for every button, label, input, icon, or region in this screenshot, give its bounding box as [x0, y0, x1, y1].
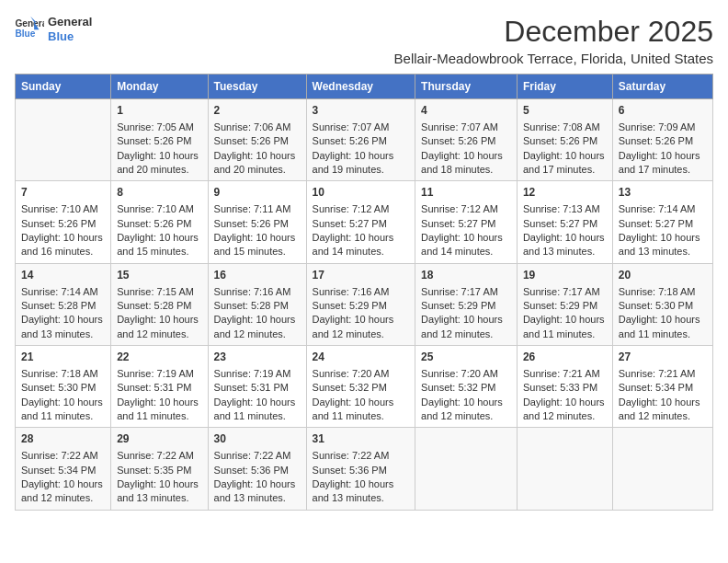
day-number: 27 — [619, 350, 707, 365]
sunset-time: Sunset: 5:29 PM — [523, 300, 597, 311]
day-number: 22 — [117, 350, 201, 365]
day-number: 7 — [21, 185, 105, 201]
sunset-time: Sunset: 5:28 PM — [214, 300, 289, 311]
sunrise-time: Sunrise: 7:22 AM — [117, 450, 194, 461]
day-cell: 25Sunrise: 7:20 AMSunset: 5:32 PMDayligh… — [415, 346, 518, 428]
daylight-hours: Daylight: 10 hours and 16 minutes. — [21, 232, 103, 257]
page-subtitle: Bellair-Meadowbrook Terrace, Florida, Un… — [394, 51, 713, 66]
day-cell: 22Sunrise: 7:19 AMSunset: 5:31 PMDayligh… — [111, 346, 208, 428]
day-number: 12 — [523, 185, 607, 201]
day-cell — [517, 428, 612, 510]
sunset-time: Sunset: 5:28 PM — [117, 300, 191, 311]
sunrise-time: Sunrise: 7:22 AM — [21, 450, 98, 461]
sunrise-time: Sunrise: 7:20 AM — [313, 368, 390, 379]
day-number: 21 — [21, 350, 105, 365]
daylight-hours: Daylight: 10 hours and 13 minutes. — [21, 314, 103, 339]
day-number: 4 — [421, 103, 511, 119]
week-row-3: 14Sunrise: 7:14 AMSunset: 5:28 PMDayligh… — [16, 263, 713, 345]
daylight-hours: Daylight: 10 hours and 14 minutes. — [421, 232, 503, 257]
day-cell: 14Sunrise: 7:14 AMSunset: 5:28 PMDayligh… — [16, 263, 111, 345]
daylight-hours: Daylight: 10 hours and 15 minutes. — [214, 232, 296, 257]
daylight-hours: Daylight: 10 hours and 11 minutes. — [214, 396, 296, 421]
day-cell: 28Sunrise: 7:22 AMSunset: 5:34 PMDayligh… — [16, 428, 111, 510]
day-number: 17 — [313, 268, 410, 283]
sunset-time: Sunset: 5:30 PM — [21, 382, 96, 393]
daylight-hours: Daylight: 10 hours and 13 minutes. — [117, 478, 199, 503]
daylight-hours: Daylight: 10 hours and 17 minutes. — [619, 150, 700, 175]
sunrise-time: Sunrise: 7:20 AM — [421, 368, 498, 379]
daylight-hours: Daylight: 10 hours and 12 minutes. — [421, 396, 503, 421]
daylight-hours: Daylight: 10 hours and 11 minutes. — [21, 396, 103, 421]
daylight-hours: Daylight: 10 hours and 20 minutes. — [117, 150, 199, 175]
sunset-time: Sunset: 5:26 PM — [313, 135, 387, 146]
day-cell: 4Sunrise: 7:07 AMSunset: 5:26 PMDaylight… — [415, 99, 518, 181]
day-number: 10 — [313, 185, 410, 201]
sunset-time: Sunset: 5:28 PM — [21, 300, 96, 311]
logo-line2: Blue — [48, 29, 92, 44]
day-number: 3 — [313, 103, 410, 119]
sunset-time: Sunset: 5:30 PM — [619, 300, 693, 311]
sunrise-time: Sunrise: 7:22 AM — [313, 450, 390, 461]
day-cell: 7Sunrise: 7:10 AMSunset: 5:26 PMDaylight… — [16, 181, 111, 263]
daylight-hours: Daylight: 10 hours and 13 minutes. — [523, 232, 605, 257]
day-cell: 20Sunrise: 7:18 AMSunset: 5:30 PMDayligh… — [612, 263, 712, 345]
daylight-hours: Daylight: 10 hours and 12 minutes. — [117, 314, 199, 339]
sunset-time: Sunset: 5:34 PM — [21, 465, 96, 476]
day-cell: 21Sunrise: 7:18 AMSunset: 5:30 PMDayligh… — [16, 346, 111, 428]
sunset-time: Sunset: 5:26 PM — [421, 135, 495, 146]
sunrise-time: Sunrise: 7:19 AM — [214, 368, 291, 379]
day-cell: 5Sunrise: 7:08 AMSunset: 5:26 PMDaylight… — [517, 99, 612, 181]
col-header-saturday: Saturday — [612, 75, 712, 99]
day-cell: 17Sunrise: 7:16 AMSunset: 5:29 PMDayligh… — [306, 263, 415, 345]
day-number: 26 — [523, 350, 607, 365]
sunrise-time: Sunrise: 7:21 AM — [619, 368, 696, 379]
day-number: 25 — [421, 350, 511, 365]
col-header-sunday: Sunday — [16, 75, 111, 99]
sunset-time: Sunset: 5:31 PM — [214, 382, 289, 393]
sunset-time: Sunset: 5:27 PM — [421, 218, 495, 229]
sunrise-time: Sunrise: 7:18 AM — [21, 368, 98, 379]
sunset-time: Sunset: 5:26 PM — [523, 135, 597, 146]
day-cell: 16Sunrise: 7:16 AMSunset: 5:28 PMDayligh… — [208, 263, 306, 345]
sunrise-time: Sunrise: 7:11 AM — [214, 203, 291, 214]
day-number: 6 — [619, 103, 707, 119]
sunrise-time: Sunrise: 7:21 AM — [523, 368, 600, 379]
day-number: 15 — [117, 268, 201, 283]
day-cell: 19Sunrise: 7:17 AMSunset: 5:29 PMDayligh… — [517, 263, 612, 345]
day-number: 20 — [619, 268, 707, 283]
day-cell: 23Sunrise: 7:19 AMSunset: 5:31 PMDayligh… — [208, 346, 306, 428]
day-number: 29 — [117, 431, 201, 447]
col-header-friday: Friday — [517, 75, 612, 99]
day-number: 30 — [214, 431, 301, 447]
sunset-time: Sunset: 5:26 PM — [21, 218, 96, 229]
sunset-time: Sunset: 5:29 PM — [313, 300, 387, 311]
day-cell: 3Sunrise: 7:07 AMSunset: 5:26 PMDaylight… — [306, 99, 415, 181]
sunrise-time: Sunrise: 7:12 AM — [421, 203, 498, 214]
day-cell: 11Sunrise: 7:12 AMSunset: 5:27 PMDayligh… — [415, 181, 518, 263]
sunrise-time: Sunrise: 7:14 AM — [619, 203, 696, 214]
daylight-hours: Daylight: 10 hours and 17 minutes. — [523, 150, 605, 175]
day-number: 19 — [523, 268, 607, 283]
daylight-hours: Daylight: 10 hours and 14 minutes. — [313, 232, 394, 257]
sunrise-time: Sunrise: 7:18 AM — [619, 286, 696, 297]
sunrise-time: Sunrise: 7:12 AM — [313, 203, 390, 214]
sunrise-time: Sunrise: 7:07 AM — [421, 121, 498, 132]
title-block: December 2025 Bellair-Meadowbrook Terrac… — [394, 15, 713, 66]
day-cell: 27Sunrise: 7:21 AMSunset: 5:34 PMDayligh… — [612, 346, 712, 428]
day-number: 1 — [117, 103, 201, 119]
daylight-hours: Daylight: 10 hours and 11 minutes. — [117, 396, 199, 421]
day-cell: 12Sunrise: 7:13 AMSunset: 5:27 PMDayligh… — [517, 181, 612, 263]
day-cell: 18Sunrise: 7:17 AMSunset: 5:29 PMDayligh… — [415, 263, 518, 345]
logo: General Blue General Blue — [15, 15, 92, 43]
col-header-wednesday: Wednesday — [306, 75, 415, 99]
daylight-hours: Daylight: 10 hours and 11 minutes. — [523, 314, 605, 339]
daylight-hours: Daylight: 10 hours and 13 minutes. — [619, 232, 700, 257]
daylight-hours: Daylight: 10 hours and 20 minutes. — [214, 150, 296, 175]
daylight-hours: Daylight: 10 hours and 12 minutes. — [214, 314, 296, 339]
sunrise-time: Sunrise: 7:13 AM — [523, 203, 600, 214]
week-row-4: 21Sunrise: 7:18 AMSunset: 5:30 PMDayligh… — [16, 346, 713, 428]
sunrise-time: Sunrise: 7:16 AM — [313, 286, 390, 297]
daylight-hours: Daylight: 10 hours and 18 minutes. — [421, 150, 503, 175]
day-number: 31 — [313, 431, 410, 447]
sunrise-time: Sunrise: 7:10 AM — [21, 203, 98, 214]
